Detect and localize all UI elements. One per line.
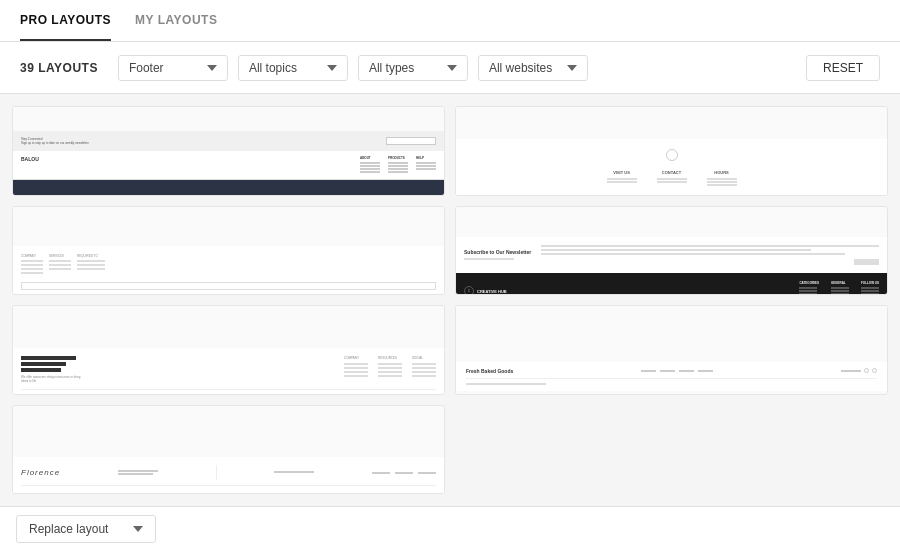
mock-footer-florence: Florence — [13, 457, 444, 494]
filter-topics[interactable]: All topics — [238, 55, 348, 81]
filter-types-label: All types — [369, 61, 441, 75]
mock-footer-multicol: We offer awesome design resources to bri… — [13, 348, 444, 395]
filter-topics-label: All topics — [249, 61, 321, 75]
top-nav: PRO LAYOUTS MY LAYOUTS — [0, 0, 900, 42]
bottom-bar: Replace layout — [0, 506, 900, 550]
filter-websites-label: All websites — [489, 61, 561, 75]
replace-layout-label: Replace layout — [29, 522, 125, 536]
layout-card-6[interactable]: Fresh Baked Goods — [455, 305, 888, 395]
chevron-down-icon — [133, 526, 143, 532]
filter-type-label: Footer — [129, 61, 201, 75]
tab-my-layouts[interactable]: MY LAYOUTS — [135, 1, 217, 41]
card-preview-5: We offer awesome design resources to bri… — [13, 306, 444, 395]
card-preview-7: Florence — [13, 406, 444, 495]
layout-card-4[interactable]: Subscribe to Our Newsletter — [455, 206, 888, 296]
layout-card-1[interactable]: Stay ConnectedSign up to stay up to date… — [12, 106, 445, 196]
layouts-count: 39 LAYOUTS — [20, 61, 98, 75]
layout-card-3[interactable]: COMPANY SERVICES — [12, 206, 445, 296]
mock-footer-dark: C CREATIVE HUB CATEGORIES — [456, 273, 887, 296]
card-preview-3: COMPANY SERVICES — [13, 207, 444, 296]
reset-button[interactable]: RESET — [806, 55, 880, 81]
chevron-down-icon — [447, 63, 457, 73]
filter-bar: 39 LAYOUTS Footer All topics All types A… — [0, 42, 900, 94]
mock-footer-balou: Stay ConnectedSign up to stay up to date… — [13, 131, 444, 196]
filter-types[interactable]: All types — [358, 55, 468, 81]
filter-type[interactable]: Footer — [118, 55, 228, 81]
chevron-down-icon — [207, 63, 217, 73]
tab-pro-layouts[interactable]: PRO LAYOUTS — [20, 1, 111, 41]
filter-websites[interactable]: All websites — [478, 55, 588, 81]
card-preview-1: Stay ConnectedSign up to stay up to date… — [13, 107, 444, 196]
layouts-grid: Stay ConnectedSign up to stay up to date… — [0, 94, 900, 506]
layout-card-7[interactable]: Florence — [12, 405, 445, 495]
mock-footer-fresh: Fresh Baked Goods — [456, 362, 887, 391]
card-preview-2: VISIT US CONTACT HOURS — [456, 107, 887, 196]
replace-layout-select[interactable]: Replace layout — [16, 515, 156, 543]
chevron-down-icon — [567, 63, 577, 73]
chevron-down-icon — [327, 63, 337, 73]
layout-card-2[interactable]: VISIT US CONTACT HOURS — [455, 106, 888, 196]
mock-footer-contact: VISIT US CONTACT HOURS — [456, 139, 887, 196]
card-preview-4: Subscribe to Our Newsletter — [456, 207, 887, 296]
layout-card-5[interactable]: We offer awesome design resources to bri… — [12, 305, 445, 395]
card-preview-6: Fresh Baked Goods — [456, 306, 887, 395]
